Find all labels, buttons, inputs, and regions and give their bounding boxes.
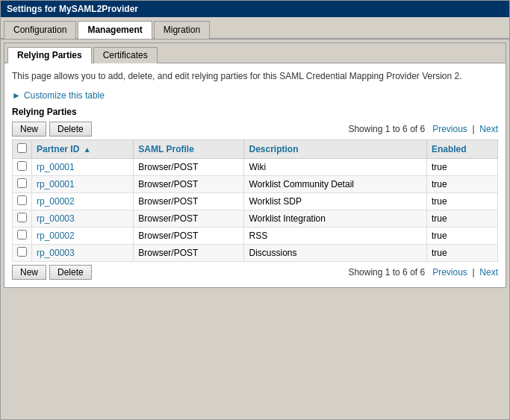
bottom-toolbar-left: New Delete xyxy=(12,265,92,280)
partner-id-link[interactable]: rp_00001 xyxy=(37,162,75,172)
previous-link-top[interactable]: Previous xyxy=(432,124,467,134)
bottom-toolbar: New Delete Showing 1 to 6 of 6 Previous … xyxy=(12,265,498,280)
row-checkbox[interactable] xyxy=(17,161,27,171)
row-saml-profile: Browser/POST xyxy=(134,193,244,210)
table-row: rp_00001Browser/POSTWikitrue xyxy=(13,159,498,176)
table-body: rp_00001Browser/POSTWikitruerp_00001Brow… xyxy=(13,159,498,262)
section-title: Relying Parties xyxy=(12,107,498,117)
row-description: Worklist Integration xyxy=(244,210,426,228)
window-title: Settings for MySAML2Provider xyxy=(7,4,138,14)
row-saml-profile: Browser/POST xyxy=(134,159,244,176)
row-checkbox-cell xyxy=(13,245,32,262)
next-link-top[interactable]: Next xyxy=(479,124,498,134)
row-enabled: true xyxy=(426,210,497,228)
row-checkbox[interactable] xyxy=(17,178,27,188)
partner-id-link[interactable]: rp_00003 xyxy=(37,248,75,258)
row-description: RSS xyxy=(244,228,426,245)
row-enabled: true xyxy=(426,245,497,262)
row-checkbox-cell xyxy=(13,176,32,193)
table-row: rp_00002Browser/POSTWorklist SDPtrue xyxy=(13,193,498,210)
sub-tab-relying-parties[interactable]: Relying Parties xyxy=(7,47,92,63)
row-checkbox[interactable] xyxy=(17,247,27,257)
delete-button-bottom[interactable]: Delete xyxy=(49,265,92,280)
row-description: Wiki xyxy=(244,159,426,176)
row-enabled: true xyxy=(426,176,497,193)
row-partner-id: rp_00003 xyxy=(32,210,134,228)
row-enabled: true xyxy=(426,228,497,245)
row-description: Worklist Community Detail xyxy=(244,176,426,193)
new-button-bottom[interactable]: New xyxy=(12,265,46,280)
row-checkbox[interactable] xyxy=(17,230,27,239)
triangle-icon: ► xyxy=(12,90,21,101)
row-saml-profile: Browser/POST xyxy=(134,176,244,193)
top-toolbar: New Delete Showing 1 to 6 of 6 Previous … xyxy=(12,122,498,137)
row-description: Discussions xyxy=(244,245,426,262)
table-row: rp_00002Browser/POSTRSStrue xyxy=(13,228,498,245)
sub-tab-certificates[interactable]: Certificates xyxy=(93,47,158,63)
col-header-enabled[interactable]: Enabled xyxy=(426,140,497,159)
main-window: Settings for MySAML2Provider Configurati… xyxy=(0,0,510,420)
row-enabled: true xyxy=(426,159,497,176)
customize-table-link[interactable]: ► Customize this table xyxy=(12,90,498,101)
row-partner-id: rp_00003 xyxy=(32,245,134,262)
relying-parties-table: Partner ID ▲ SAML Profile Description En… xyxy=(12,140,498,262)
row-saml-profile: Browser/POST xyxy=(134,228,244,245)
col-header-saml-profile[interactable]: SAML Profile xyxy=(134,140,244,159)
col-header-check[interactable] xyxy=(13,140,32,159)
table-row: rp_00003Browser/POSTDiscussionstrue xyxy=(13,245,498,262)
row-checkbox[interactable] xyxy=(17,195,27,205)
next-link-bottom[interactable]: Next xyxy=(479,267,498,278)
table-row: rp_00003Browser/POSTWorklist Integration… xyxy=(13,210,498,228)
top-toolbar-left: New Delete xyxy=(12,122,92,137)
row-checkbox[interactable] xyxy=(17,213,27,222)
row-partner-id: rp_00001 xyxy=(32,176,134,193)
row-checkbox-cell xyxy=(13,228,32,245)
row-description: Worklist SDP xyxy=(244,193,426,210)
table-header-row: Partner ID ▲ SAML Profile Description En… xyxy=(13,140,498,159)
row-partner-id: rp_00002 xyxy=(32,193,134,210)
sort-icon: ▲ xyxy=(84,145,91,154)
row-saml-profile: Browser/POST xyxy=(134,245,244,262)
new-button-top[interactable]: New xyxy=(12,122,46,137)
outer-tab-bar: Configuration Management Migration xyxy=(1,17,509,40)
row-checkbox-cell xyxy=(13,159,32,176)
sub-tab-bar: Relying Parties Certificates xyxy=(4,43,506,63)
main-content: This page allows you to add, delete, and… xyxy=(4,63,506,287)
row-partner-id: rp_00002 xyxy=(32,228,134,245)
row-enabled: true xyxy=(426,193,497,210)
partner-id-link[interactable]: rp_00003 xyxy=(37,213,75,224)
delete-button-top[interactable]: Delete xyxy=(49,122,92,137)
tab-management[interactable]: Management xyxy=(78,21,152,39)
partner-id-link[interactable]: rp_00002 xyxy=(37,231,75,241)
select-all-checkbox[interactable] xyxy=(17,143,27,153)
bottom-toolbar-right: Showing 1 to 6 of 6 Previous | Next xyxy=(348,267,498,278)
top-toolbar-right: Showing 1 to 6 of 6 Previous | Next xyxy=(348,124,498,134)
table-row: rp_00001Browser/POSTWorklist Community D… xyxy=(13,176,498,193)
title-bar: Settings for MySAML2Provider xyxy=(1,1,509,17)
showing-top: Showing 1 to 6 of 6 xyxy=(348,124,425,134)
partner-id-link[interactable]: rp_00001 xyxy=(37,179,75,189)
col-header-description[interactable]: Description xyxy=(244,140,426,159)
row-partner-id: rp_00001 xyxy=(32,159,134,176)
row-checkbox-cell xyxy=(13,193,32,210)
page-description: This page allows you to add, delete, and… xyxy=(12,71,498,81)
previous-link-bottom[interactable]: Previous xyxy=(432,267,467,278)
content-area: Relying Parties Certificates This page a… xyxy=(4,43,506,288)
col-header-partner-id[interactable]: Partner ID ▲ xyxy=(32,140,134,159)
tab-migration[interactable]: Migration xyxy=(154,21,210,39)
partner-id-link[interactable]: rp_00002 xyxy=(37,196,75,207)
row-checkbox-cell xyxy=(13,210,32,228)
showing-bottom: Showing 1 to 6 of 6 xyxy=(348,267,425,278)
row-saml-profile: Browser/POST xyxy=(134,210,244,228)
tab-configuration[interactable]: Configuration xyxy=(4,21,76,39)
